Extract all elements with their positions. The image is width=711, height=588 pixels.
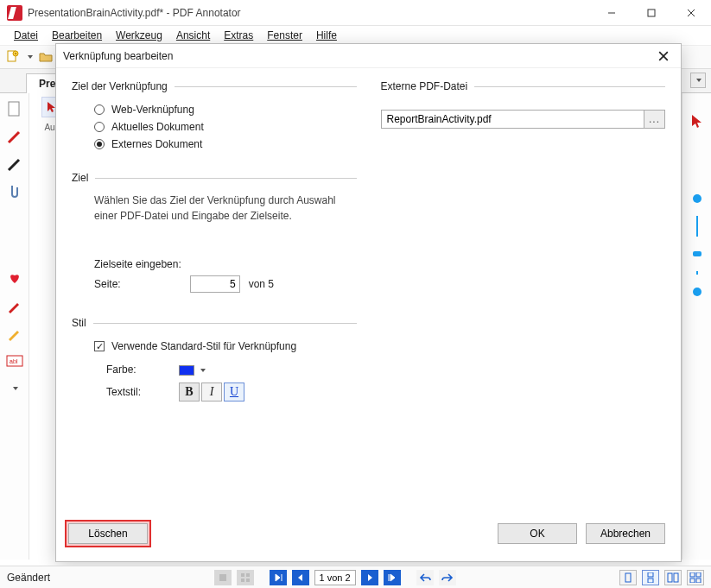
svg-rect-1 bbox=[648, 9, 655, 16]
svg-text:✦: ✦ bbox=[14, 51, 17, 56]
menu-ansicht[interactable]: Ansicht bbox=[169, 28, 217, 43]
menu-extras[interactable]: Extras bbox=[217, 28, 260, 43]
dialog-left-column: Ziel der Verknüpfung Web-Verknüpfung Akt… bbox=[72, 80, 357, 511]
italic-button[interactable]: I bbox=[201, 383, 222, 401]
color-dropdown-icon[interactable] bbox=[200, 369, 206, 372]
group-external-file: Externe PDF-Datei bbox=[381, 80, 666, 92]
page-label: Seite: bbox=[94, 278, 121, 290]
svg-rect-19 bbox=[648, 579, 653, 583]
menu-werkzeug[interactable]: Werkzeug bbox=[109, 28, 169, 43]
textstyle-label: Textstil: bbox=[106, 386, 158, 398]
svg-rect-16 bbox=[246, 579, 250, 582]
group-target: Ziel bbox=[72, 172, 357, 184]
menu-hilfe[interactable]: Hilfe bbox=[309, 28, 344, 43]
pen-tool-icon[interactable] bbox=[4, 295, 25, 316]
svg-rect-13 bbox=[241, 573, 244, 577]
radio-external-document[interactable]: Externes Dokument bbox=[72, 136, 357, 153]
svg-rect-12 bbox=[219, 574, 226, 581]
link-color-swatch[interactable] bbox=[179, 365, 194, 376]
radio-label: Web-Verknüpfung bbox=[111, 104, 194, 116]
svg-rect-17 bbox=[625, 573, 631, 582]
menu-fenster[interactable]: Fenster bbox=[260, 28, 309, 43]
nav-thumb-multi-icon[interactable] bbox=[237, 570, 254, 585]
new-document-button[interactable]: ✦ bbox=[3, 47, 22, 66]
view-single-page-button[interactable] bbox=[619, 570, 637, 585]
page-icon[interactable] bbox=[4, 98, 25, 119]
dialog-titlebar: Verknüpfung bearbeiten bbox=[56, 44, 681, 68]
view-two-page-continuous-button[interactable] bbox=[687, 570, 704, 585]
status-changed-label: Geändert bbox=[7, 572, 50, 584]
nav-prev-page-button[interactable] bbox=[292, 570, 309, 585]
dialog-footer: Löschen OK Abbrechen bbox=[56, 516, 681, 561]
text-box-icon[interactable]: abI bbox=[4, 351, 25, 371]
target-help-text: Wählen Sie das Ziel der Verknüpfung durc… bbox=[72, 193, 357, 224]
underline-button[interactable]: U bbox=[224, 383, 244, 401]
svg-rect-18 bbox=[648, 572, 653, 577]
menubar: Datei Bearbeiten Werkzeug Ansicht Extras… bbox=[0, 26, 711, 45]
left-tool-strip: abI bbox=[0, 93, 29, 560]
dialog-close-button[interactable] bbox=[653, 46, 674, 66]
nav-thumb-single-icon[interactable] bbox=[214, 570, 232, 585]
window-title: PresentationBrainActivity.pdf* - PDF Ann… bbox=[28, 7, 592, 19]
svg-rect-21 bbox=[674, 573, 678, 582]
new-document-dropdown[interactable] bbox=[28, 55, 33, 59]
radio-icon bbox=[94, 104, 105, 115]
right-tool-strip bbox=[682, 93, 711, 560]
group-style: Stil bbox=[72, 317, 357, 329]
svg-rect-7 bbox=[9, 102, 19, 116]
radio-web-link[interactable]: Web-Verknüpfung bbox=[72, 101, 357, 118]
color-label: Farbe: bbox=[106, 364, 158, 376]
highlighter-icon[interactable] bbox=[4, 323, 25, 344]
window-minimize-button[interactable] bbox=[592, 0, 632, 26]
connector-top-node-icon[interactable] bbox=[687, 188, 708, 209]
menu-datei[interactable]: Datei bbox=[7, 28, 45, 43]
browse-external-file-button[interactable]: ... bbox=[644, 110, 665, 129]
nav-forward-button[interactable] bbox=[439, 570, 456, 585]
dialog-title: Verknüpfung bearbeiten bbox=[63, 50, 653, 62]
menu-bearbeiten[interactable]: Bearbeiten bbox=[45, 28, 109, 43]
svg-rect-24 bbox=[690, 579, 695, 583]
svg-rect-14 bbox=[246, 573, 250, 577]
svg-rect-25 bbox=[696, 579, 701, 583]
view-continuous-button[interactable] bbox=[642, 570, 659, 585]
nav-back-button[interactable] bbox=[416, 570, 434, 585]
connector-line2 bbox=[696, 271, 698, 275]
style-color-row: Farbe: bbox=[72, 364, 357, 376]
pen-red-icon[interactable] bbox=[4, 126, 25, 147]
view-two-page-button[interactable] bbox=[664, 570, 682, 585]
target-page-row: Seite: von 5 bbox=[72, 275, 357, 293]
page-number-input[interactable] bbox=[314, 570, 356, 585]
window-maximize-button[interactable] bbox=[632, 0, 671, 26]
target-page-input[interactable] bbox=[190, 275, 240, 293]
svg-text:abI: abI bbox=[10, 358, 18, 364]
heart-icon[interactable] bbox=[4, 268, 25, 288]
nav-last-page-button[interactable] bbox=[384, 570, 401, 585]
bold-button[interactable]: B bbox=[179, 383, 200, 401]
page-total: von 5 bbox=[249, 278, 274, 290]
connector-line bbox=[696, 216, 698, 237]
radio-current-document[interactable]: Aktuelles Dokument bbox=[72, 118, 357, 136]
attachment-icon[interactable] bbox=[4, 181, 25, 202]
open-folder-button[interactable] bbox=[36, 47, 55, 66]
dialog-right-column: Externe PDF-Datei ... bbox=[381, 80, 666, 511]
delete-button[interactable]: Löschen bbox=[68, 523, 148, 544]
nav-first-page-button[interactable] bbox=[270, 570, 287, 585]
svg-rect-22 bbox=[690, 572, 695, 577]
connector-bottom-node-icon[interactable] bbox=[687, 281, 708, 302]
svg-rect-15 bbox=[241, 579, 244, 582]
edit-link-dialog: Verknüpfung bearbeiten Ziel der Verknüpf… bbox=[55, 43, 682, 562]
external-file-path-input[interactable] bbox=[381, 110, 645, 129]
svg-rect-23 bbox=[696, 572, 701, 577]
tab-overflow-button[interactable] bbox=[690, 73, 706, 88]
cursor-icon[interactable] bbox=[687, 111, 708, 131]
nav-next-page-button[interactable] bbox=[361, 570, 378, 585]
more-tools-icon[interactable] bbox=[4, 378, 25, 399]
checkbox-label: Verwende Standard-Stil für Verknüpfung bbox=[111, 340, 296, 352]
ok-button[interactable]: OK bbox=[498, 523, 577, 544]
window-close-button[interactable] bbox=[671, 0, 711, 26]
connector-mid-node-icon[interactable] bbox=[687, 243, 708, 264]
pen-black-icon[interactable] bbox=[4, 154, 25, 174]
use-default-style-checkbox[interactable]: Verwende Standard-Stil für Verknüpfung bbox=[72, 338, 357, 355]
cancel-button[interactable]: Abbrechen bbox=[586, 523, 665, 544]
window-titlebar: PresentationBrainActivity.pdf* - PDF Ann… bbox=[0, 0, 711, 26]
